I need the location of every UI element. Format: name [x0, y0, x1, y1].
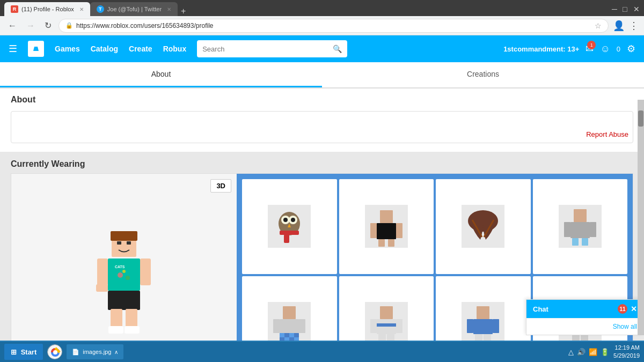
btn-3d[interactable]: 3D — [210, 179, 231, 193]
chat-show-all: Show all — [526, 318, 643, 335]
notification-area-icon: △ — [568, 348, 574, 356]
svg-point-18 — [122, 270, 126, 273]
chrome-taskbar-icon[interactable] — [47, 344, 62, 359]
start-button[interactable]: ⊞ Start — [4, 344, 43, 360]
minimize-button[interactable]: ─ — [612, 5, 618, 11]
svg-rect-9 — [140, 258, 151, 285]
svg-rect-5 — [127, 241, 131, 245]
chat-header[interactable]: Chat 11 ✕ — [526, 300, 643, 318]
messages-button[interactable]: ✉ 1 — [586, 43, 594, 55]
svg-rect-14 — [108, 326, 123, 334]
svg-rect-39 — [570, 222, 590, 238]
reload-button[interactable]: ↻ — [42, 19, 54, 32]
close-button[interactable]: ✕ — [633, 5, 640, 11]
svg-rect-65 — [467, 319, 473, 333]
tab-close-twitter[interactable]: ✕ — [167, 6, 171, 12]
tab-roblox[interactable]: R (11) Profile - Roblox ✕ — [4, 2, 90, 16]
maximize-button[interactable]: □ — [623, 5, 629, 11]
svg-rect-50 — [280, 333, 284, 337]
forward-button[interactable]: → — [24, 20, 38, 32]
roblox-logo[interactable] — [28, 41, 44, 57]
tab-roblox-title: (11) Profile - Roblox — [21, 6, 74, 12]
taskbar-time: 12:19 AM 5/29/2019 — [613, 344, 640, 360]
url-bar[interactable]: 🔒 https://www.roblox.com/users/165634893… — [58, 19, 609, 33]
svg-rect-47 — [273, 319, 280, 333]
network-icon[interactable]: 📶 — [589, 348, 597, 356]
back-button[interactable]: ← — [5, 20, 19, 32]
address-bar: ← → ↻ 🔒 https://www.roblox.com/users/165… — [0, 16, 644, 35]
avatar-view: 3D CATS — [11, 174, 237, 362]
svg-rect-3 — [111, 231, 137, 241]
nav-robux[interactable]: Robux — [163, 45, 187, 53]
report-abuse-link[interactable]: Report Abuse — [586, 130, 628, 138]
item-cell-2[interactable] — [339, 179, 434, 274]
svg-text:CATS: CATS — [115, 265, 125, 269]
volume-icon[interactable]: 🔊 — [577, 348, 586, 356]
tab-about[interactable]: About — [0, 62, 322, 87]
svg-point-82 — [53, 350, 57, 354]
svg-rect-11 — [108, 291, 140, 310]
about-title: About — [0, 88, 644, 111]
tab-close-roblox[interactable]: ✕ — [79, 6, 84, 12]
nav-username: 1stcommandment: 13+ — [503, 45, 579, 53]
tab-twitter[interactable]: T Joe (@Tofu) | Twitter ✕ — [90, 2, 178, 16]
hamburger-menu[interactable]: ☰ — [9, 43, 17, 55]
friends-button[interactable]: ☺ — [600, 43, 610, 55]
svg-rect-57 — [370, 319, 377, 333]
svg-rect-41 — [590, 222, 596, 237]
page-tabs: About Creations — [0, 62, 644, 88]
clock-date: 5/29/2019 — [613, 352, 640, 360]
svg-point-17 — [126, 276, 130, 280]
svg-rect-26 — [280, 231, 299, 235]
tab-creations[interactable]: Creations — [322, 62, 644, 87]
tab-twitter-title: Joe (@Tofu) | Twitter — [107, 6, 162, 12]
chat-badge: 11 — [618, 304, 627, 314]
bookmark-icon[interactable]: ☆ — [595, 21, 602, 30]
start-label: Start — [21, 348, 37, 356]
about-section: About Report Abuse — [0, 88, 644, 154]
svg-rect-43 — [582, 238, 588, 246]
scroll-thumb[interactable] — [638, 110, 643, 127]
svg-rect-45 — [283, 306, 296, 319]
taskbar-file[interactable]: 📄 images.jpg ∧ — [67, 344, 123, 359]
item-cell-4[interactable] — [533, 179, 628, 274]
avatar-figure: CATS — [89, 224, 159, 337]
nav-games[interactable]: Games — [55, 45, 80, 53]
svg-rect-55 — [380, 306, 393, 319]
about-content-wrapper: Report Abuse — [0, 111, 644, 152]
item-cell-3[interactable] — [436, 179, 531, 274]
svg-rect-33 — [378, 239, 385, 247]
chat-close-icon[interactable]: ✕ — [631, 305, 637, 313]
svg-rect-34 — [388, 239, 394, 247]
search-icon: 🔍 — [333, 45, 342, 53]
battery-icon: 🔋 — [601, 348, 609, 356]
show-all-link[interactable]: Show all — [613, 323, 637, 330]
file-chevron-icon: ∧ — [114, 349, 118, 355]
settings-button[interactable]: ⚙ — [627, 43, 635, 55]
svg-rect-66 — [493, 319, 499, 333]
messages-badge: 1 — [587, 41, 596, 49]
search-box[interactable]: 🔍 — [197, 40, 347, 57]
svg-point-24 — [291, 218, 295, 222]
scrollbar[interactable] — [638, 100, 644, 335]
svg-rect-15 — [125, 326, 140, 334]
chat-panel: Chat 11 ✕ Show all — [526, 299, 644, 335]
nav-right: 1stcommandment: 13+ ✉ 1 ☺ 0 ⚙ — [503, 43, 635, 55]
file-icon: 📄 — [72, 349, 79, 356]
svg-point-23 — [283, 218, 288, 222]
new-tab-button[interactable]: + — [178, 6, 189, 16]
svg-rect-63 — [477, 306, 489, 319]
search-input[interactable] — [202, 45, 328, 53]
svg-rect-4 — [117, 241, 121, 245]
nav-catalog[interactable]: Catalog — [91, 45, 118, 53]
menu-icon[interactable]: ⋮ — [629, 20, 639, 32]
clock-time: 12:19 AM — [613, 344, 640, 352]
user-account-icon[interactable]: 👤 — [613, 20, 625, 32]
item-cell-1[interactable] — [242, 179, 337, 274]
svg-rect-6 — [108, 258, 140, 291]
robux-count: 0 — [617, 45, 620, 53]
nav-create[interactable]: Create — [129, 45, 152, 53]
svg-rect-32 — [396, 223, 402, 238]
svg-rect-61 — [377, 323, 396, 327]
svg-rect-31 — [370, 223, 377, 238]
